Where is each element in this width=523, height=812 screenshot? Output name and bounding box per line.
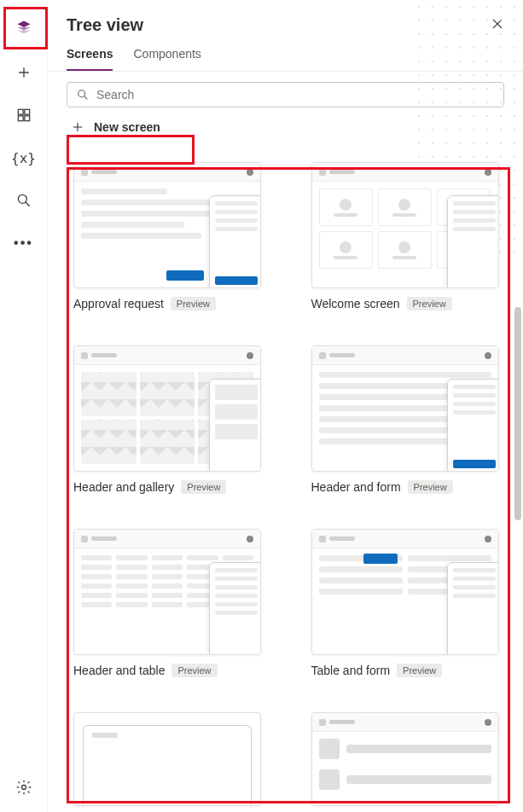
svg-point-6: [78, 90, 85, 97]
variables-icon[interactable]: {x}: [15, 148, 33, 167]
preview-badge: Preview: [408, 480, 453, 494]
template-list[interactable]: [311, 712, 515, 812]
template-header-gallery[interactable]: Header and gallery Preview: [73, 345, 277, 500]
template-label: Welcome screen: [311, 297, 400, 310]
left-rail: {x} •••: [0, 0, 48, 812]
preview-badge: Preview: [181, 480, 226, 494]
template-header-table[interactable]: Header and table Preview: [73, 529, 277, 683]
data-icon[interactable]: [15, 106, 33, 125]
new-screen-label: New screen: [94, 120, 160, 134]
svg-point-5: [21, 786, 26, 790]
preview-badge: Preview: [171, 297, 216, 310]
template-label: Approval request: [73, 297, 164, 310]
panel-title: Tree view: [67, 15, 143, 35]
preview-badge: Preview: [397, 664, 442, 677]
more-icon[interactable]: •••: [15, 234, 33, 252]
tab-screens[interactable]: Screens: [67, 47, 113, 71]
preview-badge: Preview: [171, 664, 217, 677]
template-gallery: Approval request Preview Welcome scree: [48, 140, 523, 812]
insert-icon[interactable]: [15, 63, 33, 82]
svg-rect-1: [24, 109, 29, 114]
tree-view-panel: Tree view Screens Components New screen: [48, 0, 523, 812]
rail-search-icon[interactable]: [15, 191, 33, 210]
svg-rect-0: [18, 109, 23, 114]
svg-rect-2: [18, 116, 23, 121]
search-icon: [76, 88, 90, 102]
template-label: Header and form: [311, 480, 401, 494]
svg-rect-3: [24, 116, 29, 121]
svg-point-4: [18, 194, 26, 203]
scrollbar-thumb[interactable]: [514, 307, 521, 520]
settings-icon[interactable]: [15, 778, 33, 797]
new-screen-button[interactable]: New screen: [67, 114, 164, 140]
template-header-form[interactable]: Header and form Preview: [311, 345, 515, 500]
plus-icon: [70, 119, 85, 135]
template-label: Header and table: [73, 664, 165, 677]
template-approval-request[interactable]: Approval request Preview: [73, 162, 277, 316]
template-table-form[interactable]: Table and form Preview: [311, 529, 515, 683]
template-browser[interactable]: [73, 712, 277, 812]
tab-components[interactable]: Components: [133, 47, 200, 71]
template-label: Header and gallery: [73, 480, 174, 494]
template-label: Table and form: [311, 664, 391, 677]
template-welcome-screen[interactable]: Welcome screen Preview: [311, 162, 515, 316]
tree-view-icon[interactable]: [12, 15, 36, 39]
preview-badge: Preview: [407, 297, 452, 310]
